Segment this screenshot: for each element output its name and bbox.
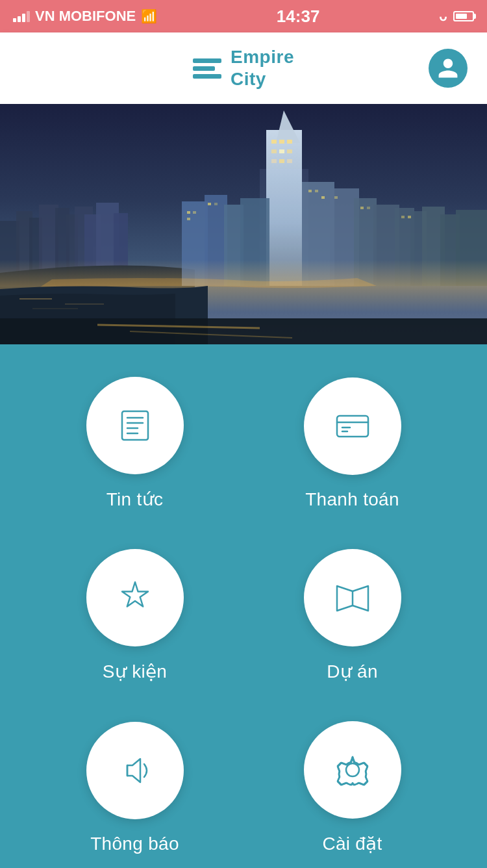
svg-rect-55	[408, 216, 411, 218]
profile-button[interactable]	[429, 49, 468, 88]
carrier-label: VN MOBIFONE	[35, 8, 136, 25]
notifications-icon	[113, 748, 157, 793]
menu-grid: Tin tức Thanh toán	[26, 377, 461, 854]
tin-tuc-circle[interactable]	[86, 377, 184, 474]
svg-rect-48	[308, 190, 312, 192]
logo-bar-3	[193, 74, 221, 79]
svg-marker-67	[127, 759, 140, 782]
svg-rect-47	[214, 203, 218, 205]
menu-item-thong-bao[interactable]: Thông báo	[64, 722, 206, 854]
status-bar: VN MOBIFONE 📶 14:37 ᴗ	[0, 0, 487, 32]
svg-rect-56	[122, 411, 148, 440]
payment-icon	[331, 404, 375, 448]
logo-bar-2	[193, 66, 215, 71]
du-an-circle[interactable]	[304, 549, 401, 646]
projects-icon	[331, 576, 375, 620]
svg-rect-45	[187, 218, 190, 220]
menu-row-1: Tin tức Thanh toán	[26, 377, 461, 510]
settings-icon	[331, 748, 375, 792]
logo-text: Empire City	[231, 46, 294, 90]
thanh-toan-circle[interactable]	[304, 377, 401, 475]
svg-rect-52	[360, 207, 364, 209]
su-kien-label: Sự kiện	[103, 661, 167, 682]
menu-row-3: Thông báo Cài đặt	[26, 721, 461, 854]
status-left: VN MOBIFONE 📶	[13, 8, 157, 25]
svg-rect-53	[367, 207, 370, 209]
signal-icon	[13, 11, 30, 22]
svg-rect-18	[287, 149, 292, 153]
app-header: Empire City	[0, 32, 487, 104]
user-icon	[436, 57, 460, 80]
svg-rect-40	[0, 318, 487, 344]
cai-dat-label: Cài đặt	[322, 833, 382, 854]
svg-rect-44	[193, 211, 196, 214]
logo: Empire City	[193, 46, 294, 90]
svg-rect-54	[401, 216, 405, 218]
logo-bar-1	[193, 58, 221, 63]
menu-item-tin-tuc[interactable]: Tin tức	[64, 377, 206, 510]
cai-dat-circle[interactable]	[304, 721, 401, 819]
logo-city: City	[231, 68, 294, 90]
svg-rect-49	[315, 190, 318, 192]
menu-item-du-an[interactable]: Dự án	[281, 549, 424, 682]
du-an-label: Dự án	[327, 661, 378, 682]
svg-rect-61	[337, 416, 368, 437]
menu-item-cai-dat[interactable]: Cài đặt	[281, 721, 424, 854]
svg-rect-51	[334, 196, 338, 199]
city-hero-image	[0, 104, 487, 344]
svg-marker-65	[122, 582, 148, 607]
svg-rect-19	[271, 159, 277, 163]
svg-rect-21	[287, 159, 292, 163]
svg-rect-14	[279, 140, 284, 144]
thong-bao-circle[interactable]	[86, 722, 184, 819]
thong-bao-label: Thông báo	[90, 834, 179, 854]
tin-tuc-label: Tin tức	[106, 489, 164, 510]
bluetooth-icon: ᴗ	[439, 8, 447, 24]
svg-rect-16	[271, 149, 277, 153]
thanh-toan-label: Thanh toán	[305, 489, 399, 510]
menu-item-su-kien[interactable]: Sự kiện	[64, 549, 206, 682]
svg-rect-50	[321, 196, 325, 199]
svg-rect-15	[287, 140, 292, 144]
events-icon	[113, 576, 157, 620]
menu-item-thanh-toan[interactable]: Thanh toán	[281, 377, 424, 510]
svg-rect-17	[279, 149, 284, 153]
svg-rect-43	[187, 211, 190, 214]
su-kien-circle[interactable]	[86, 549, 184, 646]
svg-rect-13	[271, 140, 277, 144]
status-right: ᴗ	[439, 8, 474, 24]
logo-bars-icon	[193, 58, 221, 79]
svg-rect-46	[208, 203, 211, 205]
svg-rect-20	[279, 159, 284, 163]
logo-empire: Empire	[231, 46, 294, 68]
main-content: Tin tức Thanh toán	[0, 344, 487, 868]
wifi-icon: 📶	[141, 8, 157, 24]
menu-row-2: Sự kiện Dự án	[26, 549, 461, 682]
clock: 14:37	[277, 6, 320, 27]
battery-icon	[453, 11, 474, 21]
svg-point-69	[346, 763, 359, 776]
news-icon	[113, 403, 157, 448]
